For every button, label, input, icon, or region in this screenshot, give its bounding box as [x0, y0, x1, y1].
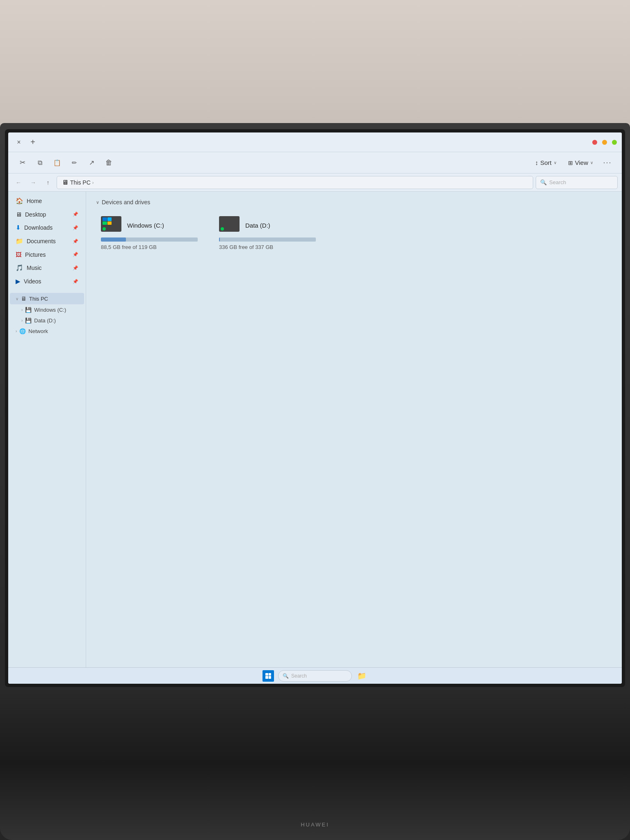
- view-label: View: [575, 159, 588, 166]
- taskbar-search[interactable]: 🔍 Search: [278, 670, 352, 682]
- sidebar-item-pictures[interactable]: 🖼 Pictures 📌: [10, 248, 84, 261]
- taskbar: 🔍 Search 📁: [8, 667, 622, 684]
- sidebar-tree-windows-c[interactable]: › 💾 Windows (C:): [10, 305, 84, 315]
- windows-c-tree-icon: 💾: [25, 307, 32, 313]
- copy-button[interactable]: ⧉: [32, 155, 48, 171]
- downloads-icon: ⬇: [16, 224, 21, 231]
- nav-back-button[interactable]: ←: [12, 176, 25, 189]
- desktop-icon: 🖥: [16, 211, 22, 218]
- home-icon: 🏠: [16, 197, 23, 205]
- sidebar-item-desktop[interactable]: 🖥 Desktop 📌: [10, 208, 84, 221]
- nav-forward-button[interactable]: →: [27, 176, 39, 189]
- sidebar-item-home[interactable]: 🏠 Home: [10, 194, 84, 208]
- desktop-label: Desktop: [25, 211, 46, 218]
- section-title: Devices and drives: [102, 199, 150, 205]
- window-maximize-btn[interactable]: [612, 140, 617, 145]
- tab-close-button[interactable]: ×: [13, 137, 25, 148]
- cut-button[interactable]: ✂: [15, 155, 30, 171]
- network-tree-label: Network: [28, 328, 48, 334]
- title-bar: × +: [8, 132, 622, 152]
- share-button[interactable]: ↗: [84, 155, 99, 171]
- drive-d-info: 336 GB free of 337 GB: [219, 244, 316, 250]
- videos-icon: ▶: [16, 278, 21, 285]
- breadcrumb-label: This PC: [70, 179, 91, 186]
- breadcrumb[interactable]: 🖥 This PC ›: [57, 176, 533, 189]
- file-content-area: ∨ Devices and drives: [86, 192, 622, 667]
- videos-label: Videos: [24, 278, 41, 285]
- sidebar-tree-network[interactable]: › 🌐 Network: [10, 326, 84, 336]
- network-tree-icon: 🌐: [19, 328, 26, 334]
- drives-grid: Windows (C:) 88,5 GB free of 119 GB: [96, 212, 612, 254]
- data-d-tree-icon: 💾: [25, 317, 32, 324]
- sidebar-item-music[interactable]: 🎵 Music 📌: [10, 261, 84, 274]
- search-icon: 🔍: [283, 673, 289, 679]
- sort-label: Sort: [540, 159, 552, 166]
- sidebar-item-documents[interactable]: 📁 Documents 📌: [10, 235, 84, 248]
- section-chevron: ∨: [96, 200, 99, 205]
- taskbar-folder[interactable]: 📁: [356, 670, 368, 682]
- address-bar: ← → ↑ 🖥 This PC › 🔍 Search: [8, 173, 622, 192]
- windows-c-tree-label: Windows (C:): [34, 307, 66, 313]
- drive-d-name: Data (D:): [245, 222, 270, 229]
- devices-drives-section: ∨ Devices and drives: [96, 199, 612, 254]
- drive-c-progress: [101, 237, 198, 242]
- drive-d-progress: [219, 237, 316, 242]
- drive-c-name: Windows (C:): [127, 222, 164, 229]
- music-icon: 🎵: [16, 264, 23, 272]
- sidebar-tree-data-d[interactable]: › 💾 Data (D:): [10, 315, 84, 326]
- documents-icon: 📁: [16, 237, 23, 245]
- thispc-tree-label: This PC: [29, 296, 48, 302]
- drive-c-info: 88,5 GB free of 119 GB: [101, 244, 198, 250]
- documents-label: Documents: [27, 238, 56, 244]
- sidebar-item-videos[interactable]: ▶ Videos 📌: [10, 275, 84, 288]
- drive-windows-c[interactable]: Windows (C:) 88,5 GB free of 119 GB: [96, 212, 203, 254]
- tab-add-button[interactable]: +: [27, 137, 39, 148]
- sidebar: 🏠 Home 🖥 Desktop 📌 ⬇ Downloads 📌 📁 Docum…: [8, 192, 86, 667]
- section-header: ∨ Devices and drives: [96, 199, 612, 205]
- home-label: Home: [27, 198, 42, 204]
- delete-button[interactable]: 🗑: [101, 155, 116, 171]
- window-close-btn[interactable]: [592, 140, 597, 145]
- more-button[interactable]: ···: [600, 155, 615, 171]
- data-d-tree-label: Data (D:): [34, 317, 56, 324]
- paste-button[interactable]: 📋: [49, 155, 65, 171]
- rename-button[interactable]: ✏: [66, 155, 82, 171]
- file-explorer-window: × + ✂ ⧉ 📋 ✏ ↗ 🗑 ↕ Sort ∨ ⊞ View: [8, 132, 622, 684]
- view-button[interactable]: ⊞ View ∨: [563, 157, 598, 169]
- window-minimize-btn[interactable]: [602, 140, 607, 145]
- toolbar: ✂ ⧉ 📋 ✏ ↗ 🗑 ↕ Sort ∨ ⊞ View ∨ ···: [8, 152, 622, 173]
- drive-c-icon: [101, 216, 122, 234]
- downloads-label: Downloads: [24, 224, 52, 231]
- main-content-area: 🏠 Home 🖥 Desktop 📌 ⬇ Downloads 📌 📁 Docum…: [8, 192, 622, 667]
- search-placeholder: Search: [291, 673, 307, 679]
- search-box[interactable]: 🔍 Search: [536, 176, 618, 189]
- drive-d-icon: [219, 216, 240, 234]
- start-button[interactable]: [262, 670, 274, 682]
- thispc-tree-icon: 🖥: [21, 295, 27, 302]
- drive-data-d[interactable]: Data (D:) 336 GB free of 337 GB: [214, 212, 321, 254]
- music-label: Music: [27, 265, 42, 271]
- pictures-icon: 🖼: [16, 251, 22, 258]
- sidebar-item-downloads[interactable]: ⬇ Downloads 📌: [10, 221, 84, 234]
- nav-up-button[interactable]: ↑: [42, 176, 54, 189]
- sort-button[interactable]: ↕ Sort ∨: [530, 157, 562, 169]
- sidebar-tree-thispc[interactable]: ∨ 🖥 This PC: [10, 293, 84, 304]
- pictures-label: Pictures: [25, 251, 46, 258]
